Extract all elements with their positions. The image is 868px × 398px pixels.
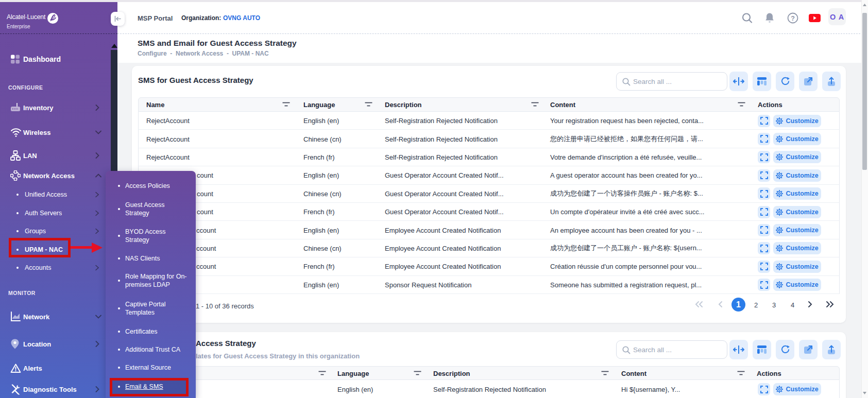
svg-text:?: ?: [791, 14, 795, 22]
